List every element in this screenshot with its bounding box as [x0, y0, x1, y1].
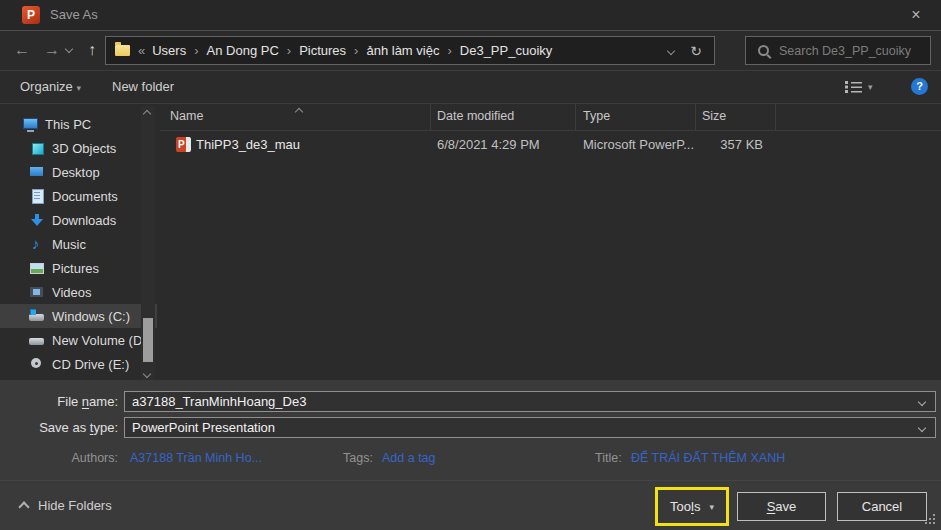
sidebar-item-music[interactable]: Music — [0, 232, 157, 256]
save-as-dialog: P Save As × ← → ↑ « Users › An Dong PC ›… — [0, 0, 941, 530]
scroll-down-icon[interactable] — [143, 370, 151, 378]
new-folder-button[interactable]: New folder — [112, 71, 174, 103]
tools-highlight-annotation: Tools ▾ — [655, 487, 729, 526]
organize-button[interactable]: Organize ▾ — [20, 71, 81, 104]
sidebar-item-cd-drive-e[interactable]: CD Drive (E:) — [0, 352, 157, 376]
file-list-header: Name Date modified Type Size — [160, 103, 941, 131]
powerpoint-file-icon: P — [176, 137, 191, 152]
sidebar-item-documents[interactable]: Documents — [0, 184, 157, 208]
cancel-button[interactable]: Cancel — [837, 492, 927, 521]
title-value[interactable]: ĐỂ TRÁI ĐẤT THÊM XANH — [631, 448, 785, 468]
sidebar-item-label: Videos — [52, 285, 92, 300]
powerpoint-app-icon: P — [22, 6, 40, 24]
toolbar: Organize ▾ New folder ▾ ? — [0, 70, 941, 104]
sidebar-item-label: 3D Objects — [52, 141, 116, 156]
powerpoint-letter: P — [178, 138, 185, 151]
column-divider[interactable] — [695, 103, 696, 130]
address-dropdown-chevron-icon[interactable] — [667, 46, 675, 54]
sidebar-item-label: Music — [52, 237, 86, 252]
sidebar-item-windows-c[interactable]: Windows (C:) — [0, 304, 157, 328]
column-header-size[interactable]: Size — [702, 103, 726, 130]
metadata-row: Authors: A37188 Trần Minh Ho... Tags: Ad… — [0, 448, 941, 468]
resize-grip[interactable] — [925, 514, 937, 526]
search-box[interactable]: Search De3_PP_cuoiky — [745, 36, 931, 65]
file-type-cell: Microsoft PowerP... — [583, 133, 694, 157]
cd-drive-icon — [29, 357, 46, 372]
save-as-type-label: Save as type: — [0, 417, 118, 439]
breadcrumb-item-an-dong-pc[interactable]: An Dong PC — [207, 43, 279, 58]
file-name-label: File name: — [0, 391, 118, 413]
sidebar-item-videos[interactable]: Videos — [0, 280, 157, 304]
hide-folders-label: Hide Folders — [38, 498, 112, 513]
hide-folders-button[interactable]: Hide Folders — [20, 494, 112, 516]
breadcrumb-item-pictures[interactable]: Pictures — [299, 43, 346, 58]
column-header-name[interactable]: Name — [170, 103, 203, 130]
sort-ascending-icon — [295, 108, 303, 116]
address-bar[interactable]: « Users › An Dong PC › Pictures › ảnh là… — [105, 36, 715, 65]
authors-value[interactable]: A37188 Trần Minh Ho... — [130, 448, 262, 468]
up-button[interactable]: ↑ — [80, 36, 104, 64]
breadcrumb-overflow[interactable]: « — [138, 43, 145, 58]
breadcrumb-separator: › — [354, 43, 358, 58]
file-name-input[interactable]: a37188_TranMinhHoang_De3 — [124, 391, 936, 412]
sidebar-item-label: Documents — [52, 189, 118, 204]
sidebar-item-this-pc[interactable]: This PC — [0, 112, 157, 136]
refresh-icon[interactable]: ↻ — [690, 43, 702, 59]
column-divider[interactable] — [430, 103, 431, 130]
column-header-date-modified[interactable]: Date modified — [437, 103, 514, 130]
tools-label: Tools — [670, 499, 700, 514]
column-divider[interactable] — [775, 103, 776, 130]
chevron-up-icon — [18, 501, 29, 512]
authors-label: Authors: — [0, 448, 118, 468]
add-a-tag-link[interactable]: Add a tag — [382, 448, 436, 468]
close-icon[interactable]: × — [899, 0, 933, 30]
breadcrumb-separator: › — [447, 43, 451, 58]
breadcrumb-separator: › — [287, 43, 291, 58]
sidebar-item-desktop[interactable]: Desktop — [0, 160, 157, 184]
column-header-type[interactable]: Type — [583, 103, 610, 130]
scroll-up-icon[interactable] — [143, 110, 151, 118]
file-date-cell: 6/8/2021 4:29 PM — [437, 133, 540, 157]
sidebar-item-label: New Volume (D:) — [52, 333, 150, 348]
sidebar-item-new-volume-d[interactable]: New Volume (D:) — [0, 328, 157, 352]
organize-caret-icon: ▾ — [76, 83, 81, 93]
sidebar-item-3d-objects[interactable]: 3D Objects — [0, 136, 157, 160]
breadcrumb-separator: › — [194, 43, 198, 58]
sidebar-item-label: Pictures — [52, 261, 99, 276]
file-name-dropdown-icon[interactable] — [918, 397, 926, 405]
breadcrumb-item-users[interactable]: Users — [152, 43, 186, 58]
save-button[interactable]: Save — [737, 492, 826, 521]
search-placeholder: Search De3_PP_cuoiky — [779, 44, 911, 58]
sidebar-item-label: CD Drive (E:) — [52, 357, 129, 372]
file-name-cell[interactable]: ThiPP3_de3_mau — [196, 133, 300, 157]
drive-icon — [29, 333, 46, 348]
sidebar-item-pictures[interactable]: Pictures — [0, 256, 157, 280]
help-icon[interactable]: ? — [911, 78, 928, 95]
tools-button[interactable]: Tools ▾ — [658, 490, 726, 523]
recent-locations-chevron-icon[interactable] — [65, 45, 73, 53]
videos-icon — [29, 285, 46, 300]
view-caret-icon[interactable]: ▾ — [868, 71, 873, 103]
scrollbar-thumb[interactable] — [143, 318, 153, 362]
search-icon — [758, 45, 769, 56]
windows-drive-icon — [29, 309, 46, 324]
column-divider[interactable] — [575, 103, 576, 130]
sidebar-item-downloads[interactable]: Downloads — [0, 208, 157, 232]
breadcrumb-item-de3-pp-cuoiky[interactable]: De3_PP_cuoiky — [460, 43, 553, 58]
breadcrumb-item-anh-lam-viec[interactable]: ảnh làm việc — [366, 43, 439, 58]
change-view-icon[interactable] — [845, 80, 863, 97]
save-options-panel: File name: a37188_TranMinhHoang_De3 Save… — [0, 380, 941, 530]
tools-caret-icon: ▾ — [709, 502, 714, 512]
window-title: Save As — [50, 0, 98, 30]
file-row[interactable]: P ThiPP3_de3_mau 6/8/2021 4:29 PM Micros… — [160, 133, 941, 157]
save-as-type-select[interactable]: PowerPoint Presentation — [124, 417, 936, 438]
music-icon — [29, 237, 46, 252]
save-as-type-dropdown-icon[interactable] — [918, 423, 926, 431]
pictures-icon — [29, 261, 46, 276]
back-button[interactable]: ← — [10, 36, 34, 64]
sidebar-scrollbar[interactable] — [141, 106, 155, 382]
downloads-icon — [29, 213, 46, 228]
desktop-icon — [29, 165, 46, 180]
file-name-value: a37188_TranMinhHoang_De3 — [132, 394, 306, 409]
forward-button[interactable]: → — [40, 36, 64, 64]
